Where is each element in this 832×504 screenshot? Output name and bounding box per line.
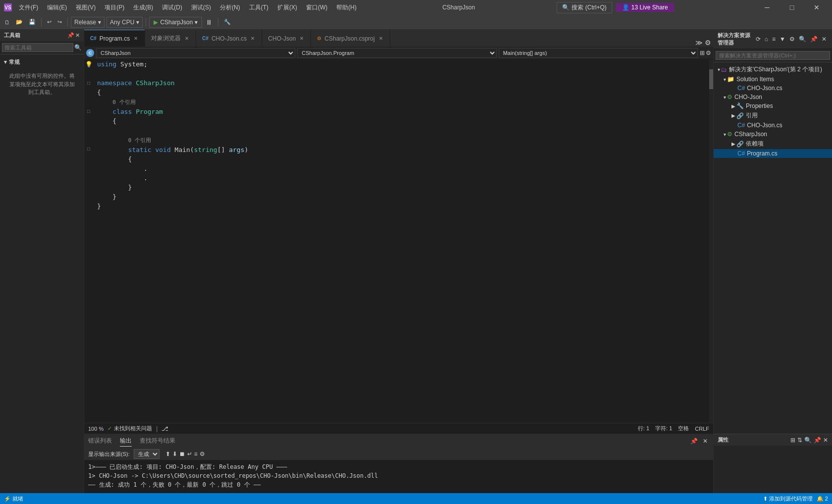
editor-scrollbar-thumb[interactable] xyxy=(709,69,713,89)
run-btn[interactable]: ▶ CSharpJson ▾ xyxy=(149,17,202,28)
se-search-btn[interactable]: 🔍 xyxy=(797,35,808,44)
tab-close-btn[interactable]: ✕ xyxy=(184,35,190,42)
add-to-source[interactable]: ⬆ 添加到源代码管理 xyxy=(763,495,813,503)
notifications[interactable]: 🔔 2 xyxy=(817,496,828,502)
tree-item-solution[interactable]: ▾ 🗂 解决方案'CSharpJson'(第 2 个项目) xyxy=(714,64,832,75)
tab-close-btn[interactable]: ✕ xyxy=(378,35,384,42)
expand-icon[interactable]: ▾ xyxy=(724,95,726,100)
toolbox-pin-btn[interactable]: 📌 xyxy=(67,32,74,39)
prop-close-btn[interactable]: ✕ xyxy=(823,437,828,444)
menu-item[interactable]: 编辑(E) xyxy=(43,1,71,14)
se-home-btn[interactable]: ⌂ xyxy=(763,35,770,44)
menu-item[interactable]: 工具(T) xyxy=(245,1,272,14)
se-settings-btn[interactable]: ⚙ xyxy=(788,35,796,44)
lightbulb-icon[interactable]: 💡 xyxy=(85,61,93,68)
menu-item[interactable]: 扩展(X) xyxy=(273,1,301,14)
prop-grid-btn[interactable]: ⊞ xyxy=(790,437,795,444)
expand-icon[interactable]: ▶ xyxy=(731,141,735,147)
se-close-btn[interactable]: ✕ xyxy=(820,35,828,44)
tree-item-solution-items[interactable]: ▾ 📁 Solution Items xyxy=(714,75,832,84)
output-wrap-btn[interactable]: ↵ xyxy=(187,451,192,457)
platform-dropdown[interactable]: Any CPU ▾ xyxy=(106,17,143,28)
tab-settings-btn[interactable]: ⚙ xyxy=(705,39,711,47)
tree-item-csharpjson-proj[interactable]: ▾ ⚙ CSharpJson xyxy=(714,130,832,139)
namespace-dropdown[interactable]: CSharpJson xyxy=(96,48,295,58)
menu-item[interactable]: 帮助(H) xyxy=(332,1,361,14)
prop-pin-btn[interactable]: 📌 xyxy=(814,437,821,444)
tab-close-btn[interactable]: ✕ xyxy=(250,35,256,42)
collapse-btn[interactable]: □ xyxy=(87,146,90,151)
output-settings-btn[interactable]: ⚙ xyxy=(200,451,205,457)
toolbox-search-input[interactable] xyxy=(2,43,73,52)
tree-item-dependencies[interactable]: ▶ 🔗 依赖项 xyxy=(714,139,832,149)
build-config-dropdown[interactable]: Release ▾ xyxy=(71,17,104,28)
se-pin-btn[interactable]: 📌 xyxy=(809,35,819,44)
collapse-btn[interactable]: □ xyxy=(87,108,90,114)
expand-icon[interactable]: ▶ xyxy=(731,103,735,109)
expand-icon[interactable]: ▾ xyxy=(724,132,726,137)
editor-settings-btn[interactable]: ⚙ xyxy=(706,50,711,56)
code-content[interactable]: using System; namespace CSharpJson { 0 个… xyxy=(93,59,709,423)
output-up-btn[interactable]: ⬆ xyxy=(165,451,170,457)
tab-program-cs[interactable]: C# Program.cs ✕ xyxy=(84,30,145,47)
se-sync-btn[interactable]: ⟳ xyxy=(754,35,762,44)
toolbox-section-header[interactable]: ▾ 常规 xyxy=(4,56,80,68)
class-dropdown[interactable]: CSharpJson.Program xyxy=(297,48,496,58)
tree-item-cho-json-cs-si[interactable]: C# CHO-Json.cs xyxy=(714,84,832,93)
menu-item[interactable]: 文件(F) xyxy=(15,1,42,14)
redo-btn[interactable]: ↪ xyxy=(55,17,64,27)
toolbox-close-btn[interactable]: ✕ xyxy=(75,32,80,39)
tools-btn[interactable]: 🔧 xyxy=(221,17,233,27)
tab-error-list[interactable]: 错误列表 xyxy=(88,436,112,447)
tree-item-program-cs[interactable]: C# Program.cs xyxy=(714,149,832,158)
close-output-btn[interactable]: ✕ xyxy=(701,437,709,446)
live-share-btn[interactable]: 👤 13 Live Share xyxy=(616,3,674,12)
zoom-level[interactable]: 100 % xyxy=(88,426,104,432)
tree-item-properties[interactable]: ▶ 🔧 Properties xyxy=(714,101,832,110)
code-editor[interactable]: 💡 □ □ □ using System; namespace CSharpJs… xyxy=(84,59,713,423)
tab-find-results[interactable]: 查找符号结果 xyxy=(140,436,175,447)
minimize-btn[interactable]: ─ xyxy=(756,0,779,15)
prop-search-btn[interactable]: 🔍 xyxy=(804,437,812,444)
save-btn[interactable]: 💾 xyxy=(26,17,38,27)
menu-item[interactable]: 窗口(W) xyxy=(302,1,331,14)
tab-cho-json-cs[interactable]: C# CHO-Json.cs ✕ xyxy=(196,30,262,47)
tab-csproj[interactable]: ⚙ CSharpJson.csproj ✕ xyxy=(311,30,390,47)
tree-item-cho-json-cs[interactable]: C# CHO-Json.cs xyxy=(714,121,832,130)
open-btn[interactable]: 📂 xyxy=(13,17,25,27)
tree-item-cho-json-proj[interactable]: ▾ ⚙ CHO-Json xyxy=(714,93,832,101)
se-filter-btn[interactable]: ≡ xyxy=(771,35,777,44)
expand-icon[interactable]: ▶ xyxy=(731,113,735,118)
menu-item[interactable]: 生成(B) xyxy=(129,1,157,14)
output-more-btn[interactable]: ≡ xyxy=(194,451,198,457)
output-source-select[interactable]: 生成 xyxy=(134,449,159,459)
se-collapse-btn[interactable]: ▼ xyxy=(778,35,787,44)
tab-close-btn[interactable]: ✕ xyxy=(133,35,139,42)
search-box-title[interactable]: 🔍 搜索 (Ctrl+Q) xyxy=(557,2,612,13)
collapse-btn[interactable]: □ xyxy=(87,80,90,86)
method-dropdown[interactable]: Main(string[] args) xyxy=(499,48,698,58)
menu-item[interactable]: 测试(S) xyxy=(187,1,215,14)
tab-output[interactable]: 输出 xyxy=(120,436,132,447)
se-search-input[interactable] xyxy=(716,51,830,60)
pin-btn[interactable]: 📌 xyxy=(689,437,699,446)
tab-close-btn[interactable]: ✕ xyxy=(299,35,305,42)
menu-item[interactable]: 调试(D) xyxy=(158,1,186,14)
tab-cho-json[interactable]: CHO-Json ✕ xyxy=(262,30,311,47)
menu-item[interactable]: 分析(N) xyxy=(216,1,244,14)
close-btn[interactable]: ✕ xyxy=(805,0,828,15)
output-down-btn[interactable]: ⬇ xyxy=(172,451,177,457)
undo-btn[interactable]: ↩ xyxy=(45,17,54,27)
menu-item[interactable]: 视图(V) xyxy=(72,1,100,14)
tree-item-references[interactable]: ▶ 🔗 引用 xyxy=(714,110,832,121)
editor-expand-btn[interactable]: ⊞ xyxy=(700,50,705,56)
tab-object-browser[interactable]: 对象浏览器 ✕ xyxy=(145,30,196,47)
new-btn[interactable]: 🗋 xyxy=(2,18,12,27)
expand-icon[interactable]: ▾ xyxy=(718,67,720,72)
editor-scrollbar[interactable] xyxy=(709,59,713,423)
expand-icon[interactable]: ▾ xyxy=(724,77,726,82)
menu-item[interactable]: 项目(P) xyxy=(101,1,128,14)
output-stop-btn[interactable]: ⏹ xyxy=(179,451,185,457)
maximize-btn[interactable]: □ xyxy=(780,0,803,15)
bookmark-btn[interactable]: ⏸ xyxy=(203,17,215,28)
